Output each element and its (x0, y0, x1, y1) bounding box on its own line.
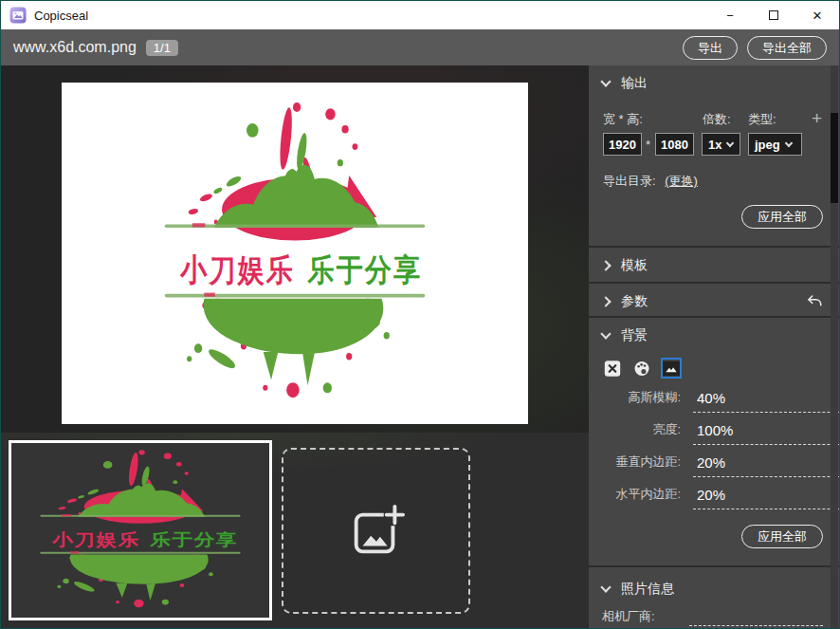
section-params: 参数 (589, 284, 839, 318)
export-button[interactable]: 导出 (683, 36, 738, 60)
bg-image-button[interactable] (661, 358, 682, 379)
section-background-header[interactable]: 背景 (589, 318, 839, 353)
multiplier-select[interactable]: 1x (702, 133, 740, 156)
filmstrip (1, 433, 589, 629)
type-label: 类型: (748, 111, 776, 128)
window-controls: − ✕ (708, 1, 839, 29)
multiplier-label: 倍数: (703, 111, 731, 128)
image-background-icon (663, 360, 680, 378)
add-image-dropzone[interactable] (282, 448, 470, 614)
close-icon[interactable]: ✕ (795, 1, 839, 29)
bg-none-button[interactable] (602, 358, 623, 379)
output-inputs-row: * 1x jpeg (589, 133, 839, 156)
image-canvas (62, 83, 528, 424)
export-all-button[interactable]: 导出全部 (747, 36, 827, 60)
add-image-icon (347, 502, 406, 561)
app-logo-icon (9, 7, 27, 24)
section-template: 模板 (589, 248, 839, 284)
width-height-label: 宽 * 高: (603, 111, 643, 128)
horizontal-padding-input[interactable] (693, 485, 840, 509)
brightness-label: 亮度: (589, 421, 681, 445)
section-background-title: 背景 (621, 327, 648, 344)
settings-sidebar: 输出 宽 * 高: 倍数: 类型: + * 1x jpeg (589, 65, 839, 628)
vertical-padding-field: 垂直内边距: (589, 453, 823, 477)
gaussian-blur-input[interactable] (693, 388, 840, 413)
gaussian-blur-label: 高斯模糊: (589, 389, 681, 413)
height-input[interactable] (655, 133, 694, 156)
minimize-icon[interactable]: − (708, 1, 752, 29)
camera-maker-input[interactable] (689, 601, 823, 626)
add-output-icon[interactable]: + (812, 108, 822, 129)
sidebar-scrollbar[interactable] (831, 65, 838, 628)
type-value: jpeg (755, 138, 780, 152)
app-window: Copicseal − ✕ www.x6d.com.png 1/1 导出 导出全… (0, 0, 840, 629)
bg-color-button[interactable] (631, 358, 652, 379)
camera-maker-label: 相机厂商: (602, 608, 655, 625)
change-dir-link[interactable]: (更换) (665, 174, 698, 188)
section-output-title: 输出 (621, 75, 648, 92)
no-background-icon (604, 359, 621, 379)
section-params-title: 参数 (621, 293, 648, 310)
multiplier-value: 1x (708, 138, 721, 152)
page-count-badge: 1/1 (146, 40, 178, 56)
undo-icon[interactable] (803, 290, 826, 313)
horizontal-padding-label: 水平内边距: (589, 486, 681, 509)
section-background: 背景 (589, 318, 839, 567)
preview-logo-image (147, 97, 443, 410)
apply-all-output-button[interactable]: 应用全部 (741, 205, 823, 229)
header-bar: www.x6d.com.png 1/1 导出 导出全部 (1, 29, 839, 65)
thumbnail-logo-image (27, 447, 254, 614)
window-title: Copicseal (34, 9, 88, 23)
section-output: 输出 宽 * 高: 倍数: 类型: + * 1x jpeg (589, 65, 839, 248)
section-photo-info: 照片信息 相机厂商: (589, 567, 839, 629)
vertical-padding-label: 垂直内边距: (589, 453, 681, 477)
main-area (1, 65, 589, 628)
type-select[interactable]: jpeg (748, 133, 802, 156)
section-template-header[interactable]: 模板 (589, 248, 839, 283)
chevron-down-icon (600, 76, 611, 86)
brightness-field: 亮度: (589, 420, 823, 445)
section-params-header[interactable]: 参数 (589, 284, 839, 319)
width-input[interactable] (603, 133, 642, 156)
apply-all-background-button[interactable]: 应用全部 (741, 525, 823, 548)
chevron-down-icon (600, 582, 611, 592)
times-separator: * (646, 138, 650, 152)
maximize-icon[interactable] (752, 1, 795, 29)
chevron-down-icon (726, 139, 734, 146)
current-filename: www.x6d.com.png (13, 39, 137, 56)
section-output-header[interactable]: 输出 (589, 65, 839, 101)
brightness-input[interactable] (693, 420, 840, 445)
scrollbar-thumb[interactable] (831, 113, 838, 203)
section-photo-info-title: 照片信息 (621, 581, 674, 598)
vertical-padding-input[interactable] (693, 453, 840, 477)
export-dir-label: 导出目录: (603, 174, 656, 188)
thumbnail-selected[interactable] (9, 440, 272, 620)
title-bar: Copicseal − ✕ (1, 1, 839, 29)
chevron-right-icon (600, 296, 611, 306)
preview-area (1, 65, 589, 433)
export-dir-row: 导出目录: (更换) (603, 173, 698, 190)
chevron-right-icon (600, 260, 611, 270)
section-template-title: 模板 (621, 257, 648, 274)
chevron-down-icon (784, 139, 792, 146)
gaussian-blur-field: 高斯模糊: (589, 388, 823, 413)
palette-icon (633, 359, 650, 379)
chevron-down-icon (600, 328, 611, 339)
background-type-buttons (602, 358, 682, 379)
maximize-box (769, 10, 778, 20)
section-photo-info-header[interactable]: 照片信息 (589, 567, 839, 602)
horizontal-padding-field: 水平内边距: (589, 485, 823, 509)
